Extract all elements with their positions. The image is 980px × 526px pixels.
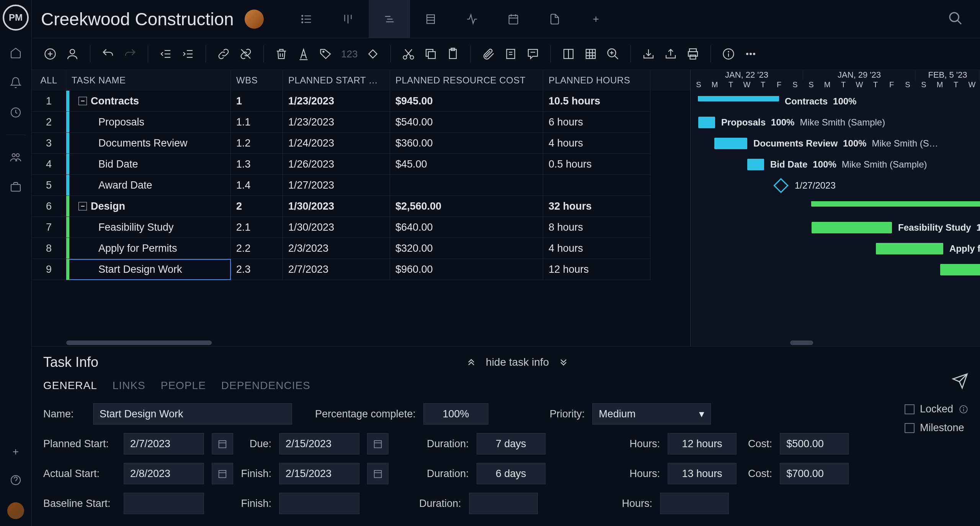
calendar-icon[interactable]: [212, 463, 233, 484]
add-task-icon[interactable]: [43, 47, 57, 61]
table-row[interactable]: 4Bid Date1.31/26/2023$45.000.5 hours: [32, 154, 690, 175]
unlink-icon[interactable]: [239, 47, 253, 61]
send-icon[interactable]: [952, 373, 969, 391]
planned-cost-field[interactable]: [780, 433, 849, 454]
actual-finish-field[interactable]: [279, 463, 359, 484]
print-icon[interactable]: [686, 47, 700, 61]
assign-icon[interactable]: [65, 47, 79, 61]
copy-icon[interactable]: [424, 47, 438, 61]
zoom-icon[interactable]: [606, 47, 620, 61]
actual-duration-field[interactable]: [477, 463, 546, 484]
baseline-hours-field[interactable]: [660, 493, 729, 514]
planned-start-field[interactable]: [124, 433, 204, 454]
indent-icon[interactable]: [181, 47, 195, 61]
project-avatar[interactable]: [245, 10, 264, 29]
table-row[interactable]: 9Start Design Work2.32/7/2023$960.0012 h…: [32, 259, 690, 280]
export-icon[interactable]: [664, 47, 678, 61]
priority-select[interactable]: Medium▾: [592, 403, 711, 425]
view-gantt-icon[interactable]: [369, 0, 410, 38]
gantt-bar[interactable]: [698, 96, 779, 101]
col-header-wbs[interactable]: WBS: [231, 70, 283, 91]
people-icon[interactable]: [8, 150, 23, 165]
gantt-bar[interactable]: [714, 138, 747, 149]
gantt-bar[interactable]: [698, 117, 715, 128]
col-header-cost[interactable]: PLANNED RESOURCE COST: [390, 70, 543, 91]
columns-icon[interactable]: [562, 47, 575, 61]
task-info-tab[interactable]: DEPENDENCIES: [221, 379, 310, 392]
format-icon[interactable]: [297, 47, 310, 61]
col-header-start[interactable]: PLANNED START …: [283, 70, 390, 91]
gantt-bar[interactable]: [812, 201, 980, 207]
view-add-icon[interactable]: +: [575, 0, 617, 38]
table-row[interactable]: 5Award Date1.41/27/2023: [32, 175, 690, 196]
outdent-icon[interactable]: [159, 47, 173, 61]
col-header-name[interactable]: TASK NAME: [66, 70, 231, 91]
calendar-icon[interactable]: [367, 433, 389, 454]
search-icon[interactable]: [948, 11, 963, 28]
table-row[interactable]: 3Documents Review1.21/24/2023$360.004 ho…: [32, 133, 690, 154]
add-icon[interactable]: +: [13, 446, 19, 458]
link-icon[interactable]: [217, 47, 230, 61]
hide-task-info-button[interactable]: hide task info: [466, 356, 569, 368]
task-info-tab[interactable]: GENERAL: [43, 379, 97, 392]
user-avatar[interactable]: [7, 502, 24, 519]
gantt-bar[interactable]: [747, 159, 764, 170]
pct-field[interactable]: [423, 403, 488, 425]
bell-icon[interactable]: [8, 75, 23, 90]
task-info-tab[interactable]: LINKS: [113, 379, 145, 392]
col-header-hours[interactable]: PLANNED HOURS: [543, 70, 650, 91]
clock-icon[interactable]: [8, 105, 23, 120]
tag-icon[interactable]: [319, 47, 333, 61]
attachment-icon[interactable]: [482, 47, 495, 61]
redo-icon[interactable]: [123, 47, 137, 61]
import-icon[interactable]: [642, 47, 655, 61]
col-header-all[interactable]: ALL: [32, 70, 66, 91]
collapse-toggle[interactable]: −: [78, 97, 87, 105]
gantt-h-scrollbar[interactable]: [691, 339, 980, 346]
view-list-icon[interactable]: [286, 0, 327, 38]
planned-duration-field[interactable]: [477, 433, 546, 454]
collapse-toggle[interactable]: −: [78, 202, 87, 210]
milestone-icon[interactable]: [366, 47, 380, 61]
actual-hours-field[interactable]: [668, 463, 737, 484]
name-field[interactable]: [93, 403, 292, 425]
table-row[interactable]: 8Apply for Permits2.22/3/2023$320.004 ho…: [32, 238, 690, 259]
more-icon[interactable]: [744, 47, 758, 61]
gantt-bar[interactable]: [773, 178, 789, 193]
view-sheet-icon[interactable]: [410, 0, 451, 38]
milestone-checkbox[interactable]: Milestone: [905, 422, 964, 434]
paste-icon[interactable]: [446, 47, 460, 61]
app-logo[interactable]: PM: [3, 5, 29, 31]
comment-icon[interactable]: [526, 47, 540, 61]
view-board-icon[interactable]: [327, 0, 369, 38]
home-icon[interactable]: [8, 45, 23, 60]
baseline-start-field[interactable]: [124, 493, 204, 514]
planned-hours-field[interactable]: [668, 433, 737, 454]
delete-icon[interactable]: [274, 47, 288, 61]
table-row[interactable]: 6−Design21/30/2023$2,560.0032 hours: [32, 196, 690, 217]
view-activity-icon[interactable]: [451, 0, 493, 38]
grid-h-scrollbar[interactable]: [32, 339, 690, 346]
actual-start-field[interactable]: [124, 463, 204, 484]
calendar-icon[interactable]: [212, 433, 233, 454]
help-icon[interactable]: [8, 472, 23, 488]
locked-checkbox[interactable]: Locked: [905, 403, 969, 415]
grid-icon[interactable]: [584, 47, 598, 61]
actual-cost-field[interactable]: [780, 463, 849, 484]
view-calendar-icon[interactable]: [493, 0, 534, 38]
calendar-icon[interactable]: [367, 463, 389, 484]
due-field[interactable]: [279, 433, 359, 454]
gantt-bar[interactable]: [812, 222, 892, 233]
table-row[interactable]: 2Proposals1.11/23/2023$540.006 hours: [32, 112, 690, 133]
cut-icon[interactable]: [402, 47, 415, 61]
table-row[interactable]: 7Feasibility Study2.11/30/2023$640.008 h…: [32, 217, 690, 238]
table-row[interactable]: 1−Contracts11/23/2023$945.0010.5 hours: [32, 91, 690, 112]
note-icon[interactable]: [504, 47, 518, 61]
baseline-finish-field[interactable]: [279, 493, 359, 514]
gantt-bar[interactable]: [876, 243, 943, 254]
info-icon[interactable]: [722, 47, 735, 61]
undo-icon[interactable]: [101, 47, 115, 61]
gantt-bar[interactable]: [940, 264, 980, 275]
briefcase-icon[interactable]: [8, 179, 23, 195]
baseline-duration-field[interactable]: [469, 493, 538, 514]
